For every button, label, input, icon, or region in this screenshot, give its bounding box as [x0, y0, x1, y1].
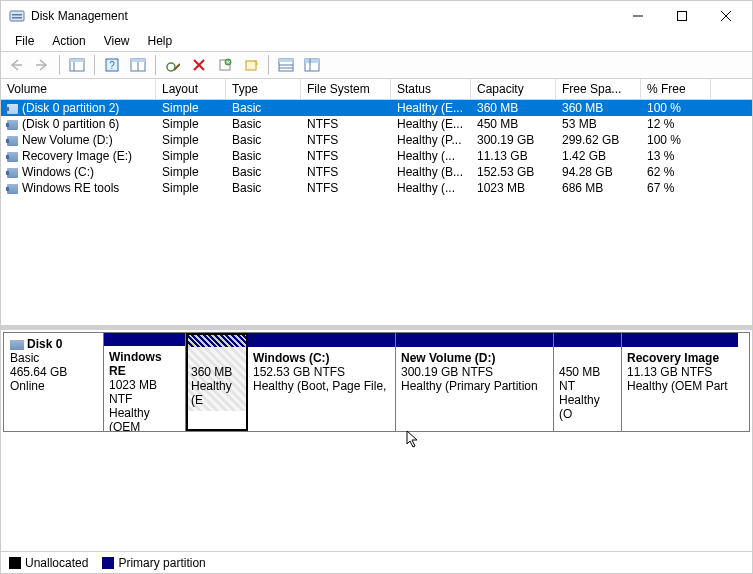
- volume-name: (Disk 0 partition 2): [22, 101, 119, 115]
- partition-stripe: [186, 333, 247, 347]
- volume-row[interactable]: New Volume (D:)SimpleBasicNTFSHealthy (P…: [1, 132, 752, 148]
- partition-title: New Volume (D:): [401, 351, 548, 365]
- partition-size: 1023 MB NTF: [109, 378, 180, 406]
- list-view-button[interactable]: [275, 54, 297, 76]
- volume-pct: 62 %: [641, 165, 711, 179]
- show-hide-tree-button[interactable]: [66, 54, 88, 76]
- svg-rect-15: [131, 59, 145, 62]
- volume-capacity: 1023 MB: [471, 181, 556, 195]
- settings-button[interactable]: [127, 54, 149, 76]
- volume-row[interactable]: (Disk 0 partition 6)SimpleBasicNTFSHealt…: [1, 116, 752, 132]
- back-button[interactable]: [5, 54, 27, 76]
- volume-name: (Disk 0 partition 6): [22, 117, 119, 131]
- partition-stripe: [396, 333, 553, 347]
- volume-capacity: 300.19 GB: [471, 133, 556, 147]
- volume-name: New Volume (D:): [22, 133, 113, 147]
- volume-capacity: 11.13 GB: [471, 149, 556, 163]
- partition[interactable]: 450 MB NTHealthy (O: [554, 333, 622, 431]
- menu-action[interactable]: Action: [44, 32, 93, 50]
- volume-name: Windows (C:): [22, 165, 94, 179]
- volume-layout: Simple: [156, 181, 226, 195]
- col-filesystem[interactable]: File System: [301, 79, 391, 99]
- partition-size: 450 MB NT: [559, 365, 616, 393]
- col-pct[interactable]: % Free: [641, 79, 711, 99]
- partition-status: Healthy (Primary Partition: [401, 379, 548, 393]
- volume-icon: [7, 104, 18, 114]
- volume-fs: NTFS: [301, 181, 391, 195]
- partition-stripe: [248, 333, 395, 347]
- legend: Unallocated Primary partition: [1, 551, 752, 573]
- volume-icon: [7, 184, 18, 194]
- partition[interactable]: Windows (C:)152.53 GB NTFSHealthy (Boot,…: [248, 333, 396, 431]
- volume-type: Basic: [226, 133, 301, 147]
- volume-type: Basic: [226, 149, 301, 163]
- volume-free: 360 MB: [556, 101, 641, 115]
- volume-row[interactable]: Windows RE toolsSimpleBasicNTFSHealthy (…: [1, 180, 752, 196]
- col-free[interactable]: Free Spa...: [556, 79, 641, 99]
- partition-size: 360 MB: [191, 365, 242, 379]
- partition-stripe: [622, 333, 738, 347]
- volume-free: 299.62 GB: [556, 133, 641, 147]
- partition[interactable]: Recovery Image11.13 GB NTFSHealthy (OEM …: [622, 333, 738, 431]
- svg-rect-4: [678, 12, 687, 21]
- volume-row[interactable]: (Disk 0 partition 2)SimpleBasicHealthy (…: [1, 100, 752, 116]
- menu-file[interactable]: File: [7, 32, 42, 50]
- partition-status: Healthy (Boot, Page File,: [253, 379, 390, 393]
- menu-help[interactable]: Help: [140, 32, 181, 50]
- delete-button[interactable]: [188, 54, 210, 76]
- volume-type: Basic: [226, 117, 301, 131]
- disk-map[interactable]: Disk 0 Basic 465.64 GB Online Windows RE…: [1, 329, 752, 551]
- minimize-button[interactable]: [616, 2, 660, 30]
- maximize-button[interactable]: [660, 2, 704, 30]
- partition-size: 300.19 GB NTFS: [401, 365, 548, 379]
- volume-type: Basic: [226, 165, 301, 179]
- volume-capacity: 152.53 GB: [471, 165, 556, 179]
- graphical-view-button[interactable]: [301, 54, 323, 76]
- partition[interactable]: New Volume (D:)300.19 GB NTFSHealthy (Pr…: [396, 333, 554, 431]
- disk-row[interactable]: Disk 0 Basic 465.64 GB Online Windows RE…: [3, 332, 750, 432]
- volume-layout: Simple: [156, 149, 226, 163]
- volume-row[interactable]: Recovery Image (E:)SimpleBasicNTFSHealth…: [1, 148, 752, 164]
- svg-rect-0: [10, 11, 24, 21]
- swatch-navy-icon: [102, 557, 114, 569]
- new-button[interactable]: [240, 54, 262, 76]
- disk-icon: [10, 340, 24, 350]
- partition-stripe: [554, 333, 621, 347]
- help-button[interactable]: ?: [101, 54, 123, 76]
- volume-list[interactable]: Volume Layout Type File System Status Ca…: [1, 79, 752, 329]
- volume-pct: 100 %: [641, 133, 711, 147]
- volume-status: Healthy (B...: [391, 165, 471, 179]
- refresh-button[interactable]: [162, 54, 184, 76]
- menu-bar: File Action View Help: [1, 31, 752, 51]
- svg-rect-10: [70, 59, 84, 62]
- col-capacity[interactable]: Capacity: [471, 79, 556, 99]
- partition-status: Healthy (OEM Part: [627, 379, 733, 393]
- volume-icon: [7, 168, 18, 178]
- volume-pct: 13 %: [641, 149, 711, 163]
- menu-view[interactable]: View: [96, 32, 138, 50]
- forward-button[interactable]: [31, 54, 53, 76]
- volume-pct: 67 %: [641, 181, 711, 195]
- disk-info[interactable]: Disk 0 Basic 465.64 GB Online: [4, 333, 104, 431]
- app-icon: [9, 8, 25, 24]
- volume-list-header[interactable]: Volume Layout Type File System Status Ca…: [1, 79, 752, 100]
- partition-title: Windows RE: [109, 350, 180, 378]
- volume-free: 1.42 GB: [556, 149, 641, 163]
- col-volume[interactable]: Volume: [1, 79, 156, 99]
- volume-name: Recovery Image (E:): [22, 149, 132, 163]
- volume-row[interactable]: Windows (C:)SimpleBasicNTFSHealthy (B...…: [1, 164, 752, 180]
- col-status[interactable]: Status: [391, 79, 471, 99]
- volume-layout: Simple: [156, 101, 226, 115]
- svg-rect-2: [12, 17, 22, 19]
- legend-unallocated: Unallocated: [9, 556, 88, 570]
- partition[interactable]: 360 MBHealthy (E: [186, 333, 248, 431]
- col-layout[interactable]: Layout: [156, 79, 226, 99]
- col-type[interactable]: Type: [226, 79, 301, 99]
- volume-status: Healthy (E...: [391, 117, 471, 131]
- partition[interactable]: Windows RE1023 MB NTFHealthy (OEM: [104, 333, 186, 431]
- volume-status: Healthy (...: [391, 181, 471, 195]
- window-title: Disk Management: [31, 9, 128, 23]
- volume-icon: [7, 136, 18, 146]
- close-button[interactable]: [704, 2, 748, 30]
- properties-button[interactable]: [214, 54, 236, 76]
